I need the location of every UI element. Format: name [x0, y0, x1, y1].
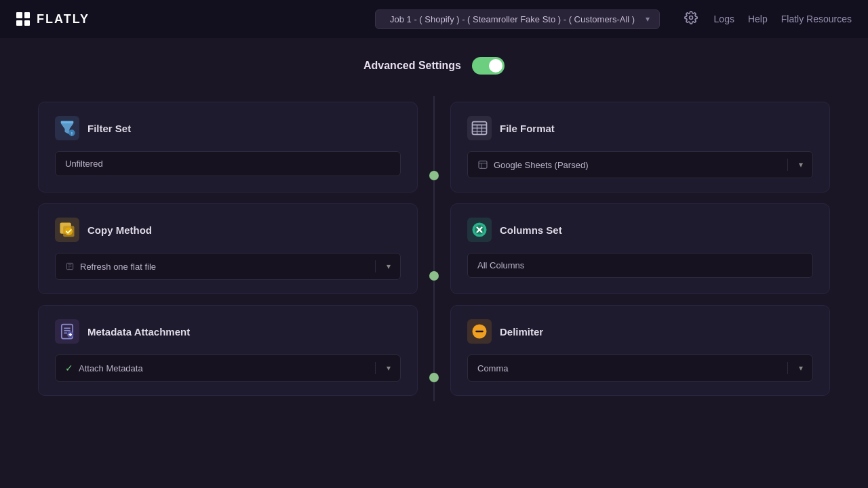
copy-method-title: Copy Method	[87, 224, 152, 236]
delimiter-input[interactable]: Comma ▾	[467, 354, 813, 382]
header: FLATLY Job 1 - ( Shopify ) - ( Steamroll…	[0, 0, 868, 38]
divider	[787, 362, 788, 374]
file-format-card: File Format Google Sheets (Parsed) ▾	[450, 102, 830, 192]
copy-method-input[interactable]: Refresh one flat file ▾	[55, 253, 401, 280]
svg-rect-11	[479, 161, 487, 169]
copy-method-header: Copy Method	[55, 218, 401, 242]
help-button[interactable]: Help	[748, 14, 768, 24]
logo: FLATLY	[16, 12, 90, 26]
copy-method-icon	[55, 218, 79, 242]
delimiter-card: Delimiter Comma ▾	[450, 305, 830, 396]
delimiter-icon	[467, 319, 492, 344]
file-format-title: File Format	[500, 123, 555, 134]
connector-dot-3	[429, 373, 439, 382]
columns-set-icon	[467, 218, 492, 242]
logo-icon	[16, 12, 30, 26]
delimiter-header: Delimiter	[467, 319, 813, 344]
chevron-down-icon: ▾	[799, 160, 803, 169]
filter-set-value: Unfiltered	[65, 159, 391, 169]
columns-set-value: All Columns	[477, 260, 803, 270]
divider	[375, 362, 376, 374]
filter-set-card: ! Filter Set Unfiltered	[38, 102, 418, 192]
columns-set-header: Columns Set	[467, 218, 813, 242]
chevron-down-icon: ▾	[387, 262, 391, 271]
svg-text:!: !	[71, 131, 73, 136]
svg-rect-1	[61, 121, 74, 124]
copy-method-value: Refresh one flat file	[80, 262, 364, 272]
logo-text: FLATLY	[37, 12, 90, 26]
filter-set-title: Filter Set	[87, 123, 131, 134]
settings-grid: ! Filter Set Unfiltered	[27, 96, 841, 401]
columns-set-title: Columns Set	[500, 224, 562, 236]
checkmark-icon: ✓	[65, 363, 73, 373]
delimiter-value: Comma	[477, 363, 776, 373]
chevron-down-icon: ▾	[646, 14, 650, 24]
filter-set-icon: !	[55, 116, 79, 140]
svg-point-0	[689, 16, 692, 19]
metadata-attachment-header: Metadata Attachment	[55, 319, 401, 344]
center-divider-line	[433, 96, 435, 401]
copy-method-card: Copy Method Refresh one flat file ▾	[38, 203, 418, 294]
job-selector[interactable]: Job 1 - ( Shopify ) - ( Steamroller Fake…	[375, 9, 660, 29]
metadata-attachment-card: Metadata Attachment ✓ Attach Metadata ▾	[38, 305, 418, 396]
delimiter-title: Delimiter	[500, 326, 543, 338]
logs-button[interactable]: Logs	[714, 14, 734, 24]
chevron-down-icon: ▾	[799, 363, 803, 373]
divider	[787, 159, 788, 171]
file-format-input-icon	[477, 159, 488, 170]
file-format-input[interactable]: Google Sheets (Parsed) ▾	[467, 151, 813, 178]
chevron-down-icon: ▾	[387, 363, 391, 373]
filter-set-header: ! Filter Set	[55, 116, 401, 140]
connector-dot-2	[429, 271, 439, 281]
header-actions: Logs Help Flatly Resources	[682, 8, 852, 30]
connector-dot-1	[429, 171, 439, 180]
metadata-attachment-input[interactable]: ✓ Attach Metadata ▾	[55, 354, 401, 382]
advanced-settings-toggle[interactable]	[472, 57, 505, 75]
svg-rect-31	[475, 331, 484, 332]
filter-set-input[interactable]: Unfiltered	[55, 151, 401, 176]
divider	[375, 260, 376, 272]
job-selector-label: Job 1 - ( Shopify ) - ( Steamroller Fake…	[385, 14, 640, 24]
settings-icon[interactable]	[682, 8, 701, 30]
flatly-resources-button[interactable]: Flatly Resources	[781, 14, 852, 24]
columns-set-card: Columns Set All Columns	[450, 203, 830, 294]
metadata-attachment-value: Attach Metadata	[79, 363, 364, 373]
file-format-icon	[467, 116, 492, 140]
metadata-attachment-title: Metadata Attachment	[87, 326, 190, 338]
main-content: Advanced Settings ! Filter Set	[0, 38, 868, 420]
copy-method-input-icon	[65, 262, 75, 271]
file-format-value: Google Sheets (Parsed)	[494, 160, 776, 170]
columns-set-input[interactable]: All Columns	[467, 253, 813, 278]
file-format-header: File Format	[467, 116, 813, 140]
metadata-attachment-icon	[55, 319, 79, 344]
advanced-settings-row: Advanced Settings	[27, 57, 841, 75]
advanced-settings-label: Advanced Settings	[363, 60, 461, 72]
